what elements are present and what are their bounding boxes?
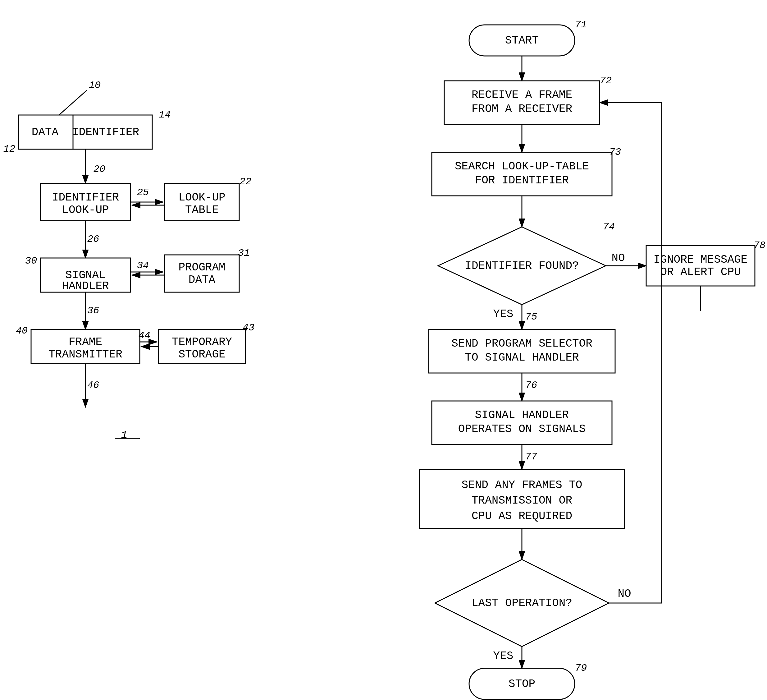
lookup-table-line1: LOOK-UP <box>178 191 225 204</box>
search-table-line2: FOR IDENTIFIER <box>475 174 569 187</box>
program-data-line2: DATA <box>189 274 216 286</box>
signal-handler-operates-line1: SIGNAL HANDLER <box>475 409 569 421</box>
ref-72: 72 <box>600 75 612 86</box>
ref-14: 14 <box>159 109 170 121</box>
lookup-table-line2: TABLE <box>185 204 219 216</box>
identifier-lookup-line2: LOOK-UP <box>62 204 109 216</box>
send-program-selector-line1: SEND PROGRAM SELECTOR <box>451 337 592 350</box>
ignore-message-line2: OR ALERT CPU <box>660 266 741 279</box>
ref-36: 36 <box>87 305 99 316</box>
no-label-2: NO <box>617 587 631 600</box>
ref-31: 31 <box>238 247 250 259</box>
ref-79: 79 <box>575 662 587 674</box>
ref-78: 78 <box>754 240 765 251</box>
send-program-selector-line2: TO SIGNAL HANDLER <box>465 351 579 364</box>
identifier-lookup-line1: IDENTIFIER <box>52 191 119 204</box>
send-frames-line2: TRANSMISSION OR <box>471 494 572 507</box>
frame-transmitter-line2: TRANSMITTER <box>48 348 123 361</box>
temp-storage-line2: STORAGE <box>178 348 225 361</box>
diagram1-label: 1 <box>121 429 127 441</box>
yes-label-1: YES <box>493 308 514 321</box>
last-operation-label: LAST OPERATION? <box>471 597 572 609</box>
send-frames-line1: SEND ANY FRAMES TO <box>461 479 582 491</box>
ref-34: 34 <box>137 260 149 271</box>
ref-75: 75 <box>525 311 537 323</box>
ref-26: 26 <box>87 233 99 245</box>
signal-handler-operates-line2: OPERATES ON SIGNALS <box>458 423 586 435</box>
ref-44: 44 <box>138 330 150 341</box>
identifier-label: IDENTIFIER <box>72 126 139 139</box>
ignore-message-line1: IGNORE MESSAGE <box>654 254 748 266</box>
ref-40: 40 <box>16 325 28 336</box>
send-frames-line3: CPU AS REQUIRED <box>471 510 572 523</box>
ref-10: 10 <box>89 80 101 91</box>
ref-76: 76 <box>525 379 537 391</box>
ref-46: 46 <box>87 379 99 391</box>
stop-label: STOP <box>509 678 535 690</box>
start-label: START <box>505 34 539 47</box>
ref-73: 73 <box>609 147 621 158</box>
ref-22: 22 <box>240 176 251 187</box>
ref-74: 74 <box>603 221 615 233</box>
signal-handler-label2: HANDLER <box>62 280 109 292</box>
search-table-line1: SEARCH LOOK-UP-TABLE <box>455 160 589 173</box>
ref-30: 30 <box>25 255 37 267</box>
ref-43: 43 <box>243 322 255 333</box>
identifier-found-label: IDENTIFIER FOUND? <box>465 260 579 272</box>
ref-77: 77 <box>525 451 538 462</box>
diagram-container: 10 12 14 DATA IDENTIFIER 20 IDENTIFIER L… <box>0 0 767 700</box>
ref-71: 71 <box>575 19 587 30</box>
ref-25: 25 <box>137 187 149 198</box>
temp-storage-line1: TEMPORARY <box>172 336 232 348</box>
no-label-1: NO <box>611 252 625 265</box>
yes-label-2: YES <box>493 650 514 662</box>
ref-12: 12 <box>3 143 15 155</box>
ref-20: 20 <box>94 164 105 175</box>
receive-frame-line2: FROM A RECEIVER <box>471 102 572 115</box>
data-label: DATA <box>32 126 59 139</box>
svg-line-1 <box>59 90 87 115</box>
receive-frame-line1: RECEIVE A FRAME <box>471 89 572 101</box>
frame-transmitter-line1: FRAME <box>68 336 102 348</box>
program-data-line1: PROGRAM <box>178 261 225 274</box>
